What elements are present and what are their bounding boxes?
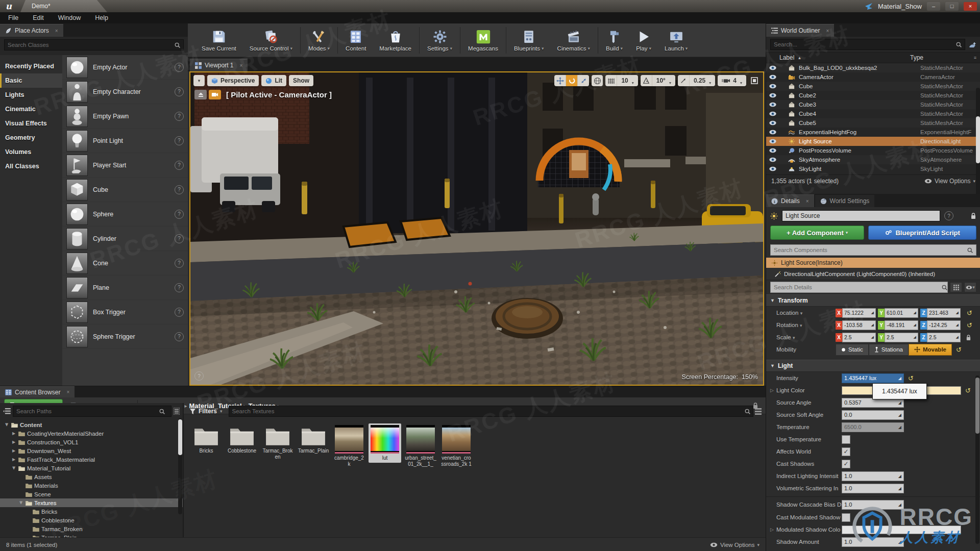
outliner-row-cube4[interactable]: Cube4StaticMeshActor: [766, 109, 980, 118]
minimize-button[interactable]: –: [927, 2, 940, 11]
outliner-row-cube3[interactable]: Cube3StaticMeshActor: [766, 100, 980, 109]
category-volumes[interactable]: Volumes: [0, 145, 62, 159]
scale-snap-value-button[interactable]: 0.25▾: [689, 75, 715, 86]
scale-x-field[interactable]: 2.5◢: [842, 333, 876, 342]
location-z-field[interactable]: 231.463◢: [927, 308, 961, 318]
tree-expand-icon[interactable]: ▶: [11, 431, 16, 436]
help-icon[interactable]: ?: [175, 161, 184, 170]
filters-button[interactable]: Filters ▾: [188, 408, 225, 415]
tree-item-downtown-west[interactable]: ▶Downtown_West: [0, 446, 183, 455]
search-assets-input[interactable]: [229, 406, 753, 417]
outliner-row-light-source[interactable]: Light SourceDirectionalLight: [766, 137, 980, 146]
asset-tile-cambridge-2k[interactable]: cambridge_2k: [333, 423, 365, 468]
outliner-row-postprocessvolume[interactable]: PostProcessVolumePostProcessVolume: [766, 146, 980, 155]
mobility-movable-button[interactable]: Movable: [909, 344, 952, 356]
search-details-input[interactable]: [770, 282, 948, 293]
drag-handle-icon[interactable]: ◢: [898, 413, 901, 417]
tree-expand-icon[interactable]: ▶: [5, 422, 9, 428]
place-actor-item-empty-pawn[interactable]: Empty Pawn?: [62, 104, 188, 129]
cinematics-button[interactable]: Cinematics▾: [551, 24, 597, 56]
rotation-snap-value-button[interactable]: 10°▾: [652, 75, 675, 86]
temperature-field[interactable]: 6500.0◢: [842, 422, 904, 432]
place-actor-item-plane[interactable]: Plane?: [62, 276, 188, 300]
place-actor-item-sphere[interactable]: Sphere?: [62, 202, 188, 227]
world-space-button[interactable]: [592, 75, 603, 86]
lock-icon[interactable]: [970, 212, 976, 219]
menu-item-window[interactable]: Window: [58, 14, 81, 21]
scale-y-field[interactable]: 2.5◢: [885, 333, 918, 342]
help-icon[interactable]: ?: [175, 136, 184, 145]
help-icon[interactable]: ?: [175, 185, 184, 194]
tree-expand-icon[interactable]: ▶: [12, 466, 16, 471]
asset-tile-urban-street-01-2k-1[interactable]: urban_street_01_2k__1_: [404, 423, 437, 468]
content-view-options-button[interactable]: View Options ▾: [710, 542, 760, 548]
close-tab-icon[interactable]: ×: [239, 63, 242, 68]
tree-item-material-tutorial[interactable]: ▶Material_Tutorial: [0, 464, 183, 472]
visibility-eye-icon[interactable]: [766, 120, 779, 126]
content-button[interactable]: Content: [339, 24, 373, 56]
outliner-row-cube[interactable]: CubeStaticMeshActor: [766, 82, 980, 91]
search-paths-input[interactable]: [13, 406, 172, 417]
outliner-scrollbar[interactable]: [976, 88, 980, 198]
volumetric-scattering-in-field[interactable]: 1.0◢: [842, 484, 904, 493]
outliner-search-input[interactable]: [770, 39, 965, 50]
list-view-icon[interactable]: [174, 408, 180, 415]
help-icon[interactable]: ?: [175, 63, 184, 72]
place-actor-item-empty-character[interactable]: Empty Character?: [62, 80, 188, 104]
tree-expand-icon[interactable]: ▶: [11, 440, 16, 444]
tab-world-outliner[interactable]: World Outliner ×: [766, 24, 834, 37]
tree-item-construction-vol1[interactable]: ▶Construction_VOL1: [0, 438, 183, 446]
viewport-options-button[interactable]: ▾: [193, 75, 205, 86]
help-icon[interactable]: ?: [944, 211, 953, 220]
outliner-column-header[interactable]: Label▲ Type ≡: [766, 52, 980, 63]
tree-item-fasttrack-mastermaterial[interactable]: ▶FastTrack_Mastermaterial: [0, 455, 183, 464]
visibility-eye-icon[interactable]: [766, 74, 779, 80]
tree-item-coatingvertexmaterialshader[interactable]: ▶CoatingVertexMaterialShader: [0, 429, 183, 438]
tree-item-cobblestone[interactable]: Cobblestone: [0, 516, 183, 524]
scale-tool-button[interactable]: [577, 75, 589, 86]
mobility-stationary-button[interactable]: Stationa: [869, 344, 909, 356]
build-button[interactable]: Build▾: [599, 24, 629, 56]
category-recently-placed[interactable]: Recently Placed: [0, 59, 62, 73]
tree-item-assets[interactable]: Assets: [0, 472, 183, 481]
drag-handle-icon[interactable]: ◢: [898, 474, 901, 479]
camera-speed-button[interactable]: 4▾: [718, 75, 746, 86]
tree-item-textures[interactable]: ▶Textures: [0, 498, 183, 507]
place-actor-item-sphere-trigger[interactable]: Sphere Trigger?: [62, 324, 188, 349]
visibility-eye-icon[interactable]: [766, 65, 779, 70]
location-y-field[interactable]: 610.01◢: [885, 308, 918, 318]
viewport[interactable]: ▾ Perspective Lit Show: [189, 71, 764, 386]
tree-expand-icon[interactable]: ▶: [11, 457, 16, 462]
lock-scale-icon[interactable]: [966, 334, 971, 341]
rotation-x-field[interactable]: -103.58◢: [842, 320, 876, 330]
viewport-help-icon[interactable]: ?: [194, 371, 204, 381]
grid-snap-toggle[interactable]: [605, 75, 617, 86]
play-button[interactable]: Play▾: [629, 24, 658, 56]
place-actor-item-cone[interactable]: Cone?: [62, 251, 188, 276]
visibility-eye-icon[interactable]: [766, 157, 779, 162]
rotate-tool-button[interactable]: [566, 75, 577, 86]
perspective-button[interactable]: Perspective: [207, 75, 259, 86]
menu-item-file[interactable]: File: [8, 14, 18, 21]
property-matrix-button[interactable]: [950, 282, 962, 292]
component-row-light-source-instance[interactable]: Light Source(Instance): [766, 258, 980, 268]
asset-tile-lut[interactable]: lut: [369, 423, 401, 463]
transform-section-header[interactable]: ▼Transform: [766, 294, 980, 307]
menu-item-edit[interactable]: Edit: [33, 14, 44, 21]
close-tab-icon[interactable]: ×: [806, 198, 809, 204]
help-icon[interactable]: ?: [175, 332, 184, 341]
expander-icon[interactable]: ▷: [770, 388, 776, 393]
tree-item-tarmac-broken[interactable]: Tarmac_Broken: [0, 524, 183, 533]
visibility-eye-icon[interactable]: [766, 93, 779, 98]
place-actor-item-cube[interactable]: Cube?: [62, 178, 188, 202]
outliner-row-bulk-bag-lod0-ukxkbesqa2[interactable]: Bulk_Bag_LOD0_ukxkbesqa2StaticMeshActor: [766, 63, 980, 72]
source-soft-angle-field[interactable]: 0.0◢: [842, 410, 904, 420]
outliner-row-cameraactor[interactable]: CameraActorCameraActor: [766, 72, 980, 82]
search-components-input[interactable]: [770, 244, 976, 256]
outliner-row-cube5[interactable]: Cube5StaticMeshActor: [766, 118, 980, 128]
maximize-viewport-button[interactable]: [749, 75, 760, 86]
launch-button[interactable]: Launch▾: [658, 24, 694, 56]
megascans-button[interactable]: Megascans: [461, 24, 505, 56]
translate-tool-button[interactable]: [554, 75, 566, 86]
category-cinematic[interactable]: Cinematic: [0, 102, 62, 116]
